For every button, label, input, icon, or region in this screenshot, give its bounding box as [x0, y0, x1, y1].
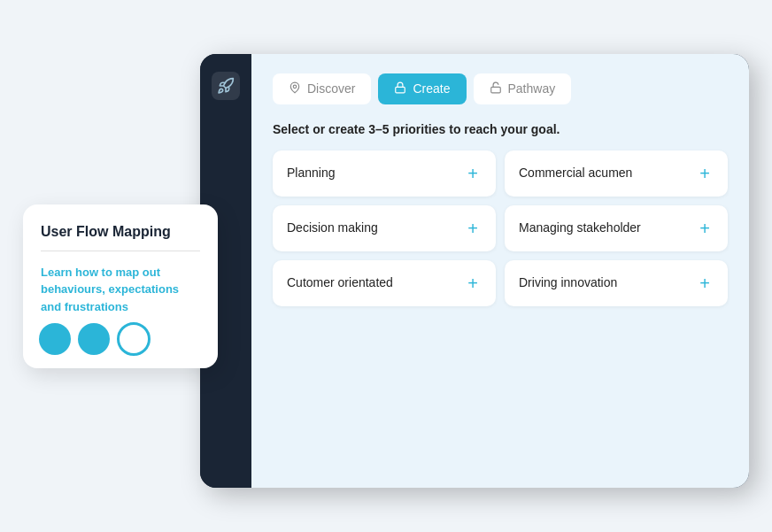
scene: Discover Create Pathway Select or create… — [23, 27, 749, 505]
tab-create[interactable]: Create — [378, 73, 466, 104]
info-card-divider — [41, 251, 200, 251]
instruction-text: Select or create 3–5 priorities to reach… — [273, 122, 728, 136]
tablet-device: Discover Create Pathway Select or create… — [200, 54, 749, 488]
tab-discover[interactable]: Discover — [273, 73, 371, 104]
info-card-body: Learn how to map out behaviours, expecta… — [41, 264, 200, 316]
priority-label-commercial: Commercial acumen — [519, 165, 632, 181]
tab-create-label: Create — [413, 81, 450, 96]
priority-label-customer: Cutomer orientated — [287, 274, 393, 290]
priority-label-planning: Planning — [287, 165, 336, 181]
circle-solid-1 — [39, 323, 71, 355]
add-planning-button[interactable]: + — [464, 165, 482, 182]
priority-card-decision: Decision making + — [273, 205, 496, 251]
priority-card-planning: Planning + — [273, 150, 496, 197]
svg-rect-2 — [490, 87, 500, 92]
add-decision-button[interactable]: + — [464, 220, 482, 237]
pathway-icon — [490, 81, 502, 96]
info-card: User Flow Mapping Learn how to map out b… — [23, 204, 218, 369]
priority-label-managing: Managing stakeholder — [519, 220, 641, 235]
priority-card-customer: Cutomer orientated + — [273, 260, 496, 306]
tablet-main-content: Discover Create Pathway Select or create… — [251, 54, 749, 488]
priority-card-commercial: Commercial acumen + — [505, 150, 728, 197]
add-driving-button[interactable]: + — [696, 274, 714, 292]
add-commercial-button[interactable]: + — [696, 165, 714, 182]
tab-discover-label: Discover — [307, 81, 355, 96]
rocket-icon — [212, 72, 240, 100]
svg-rect-1 — [396, 87, 405, 92]
tab-pathway[interactable]: Pathway — [474, 73, 572, 104]
priority-card-managing: Managing stakeholder + — [505, 205, 728, 251]
tab-pathway-label: Pathway — [508, 81, 556, 96]
tab-bar: Discover Create Pathway — [273, 73, 728, 104]
circle-solid-2 — [78, 323, 110, 355]
card-circles — [39, 322, 151, 356]
circle-outline — [117, 322, 151, 356]
priority-grid: Planning + Commercial acumen + Decision … — [273, 150, 728, 306]
priority-card-driving: Driving innovation + — [505, 260, 728, 306]
priority-label-driving: Driving innovation — [519, 274, 617, 290]
add-managing-button[interactable]: + — [696, 220, 714, 237]
create-icon — [394, 81, 406, 96]
add-customer-button[interactable]: + — [464, 274, 482, 292]
info-card-title: User Flow Mapping — [41, 224, 200, 240]
priority-label-decision: Decision making — [287, 220, 378, 235]
svg-point-0 — [293, 85, 297, 89]
discover-icon — [289, 81, 301, 96]
